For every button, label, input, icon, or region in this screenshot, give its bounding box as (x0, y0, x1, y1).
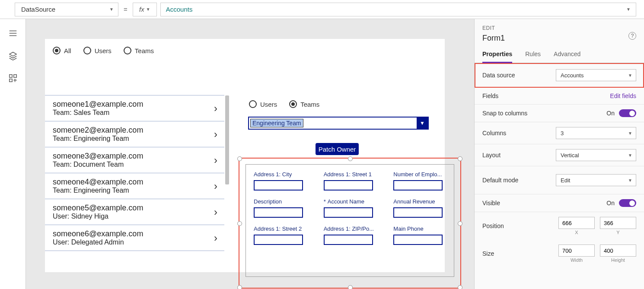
form-field[interactable]: Number of Emplo... (393, 171, 446, 191)
data-source-dropdown[interactable]: Accounts▼ (556, 69, 636, 81)
list-item[interactable]: someone5@example.comUser: Sidney Higa› (45, 199, 224, 225)
radio-teams-2[interactable]: Teams (289, 100, 319, 108)
components-icon[interactable] (8, 73, 18, 83)
resize-handle[interactable] (348, 156, 353, 161)
radio-teams[interactable]: Teams (124, 47, 154, 54)
dropdown-value: 3 (561, 130, 564, 137)
field-input[interactable] (324, 235, 373, 245)
resize-handle[interactable] (237, 285, 242, 289)
list-email: someone4@example.com (53, 178, 143, 187)
resize-handle[interactable] (237, 156, 242, 161)
prop-label: Data source (482, 72, 515, 79)
fx-button[interactable]: fx ▼ (133, 3, 157, 16)
field-label: Annual Revenue (393, 198, 446, 205)
position-x-input[interactable] (558, 217, 595, 229)
radio-icon (124, 47, 131, 54)
list-item[interactable]: someone2@example.comTeam: Engineering Te… (45, 121, 224, 147)
field-input[interactable] (254, 207, 303, 218)
properties-panel: EDIT Form1 ? Properties Rules Advanced D… (474, 19, 644, 289)
form-field[interactable]: Description (254, 198, 306, 218)
layout-dropdown[interactable]: Vertical▼ (556, 149, 636, 161)
list-email: someone5@example.com (53, 203, 143, 213)
field-label: Address 1: City (254, 171, 306, 178)
chevron-down-icon: ▼ (628, 153, 632, 158)
form-field[interactable]: Address 1: City (254, 171, 306, 191)
layers-icon[interactable] (8, 51, 18, 60)
radio-icon (249, 100, 257, 108)
edit-fields-link[interactable]: Edit fields (610, 92, 636, 99)
help-icon[interactable]: ? (628, 32, 636, 40)
property-selector[interactable]: DataSource ▼ (15, 3, 118, 16)
form-field[interactable]: Annual Revenue (393, 198, 446, 218)
svg-rect-2 (9, 79, 12, 82)
resize-handle[interactable] (237, 221, 242, 226)
left-rail (0, 19, 26, 289)
scrollbar-thumb[interactable] (225, 95, 229, 184)
radio-all[interactable]: All (53, 47, 71, 54)
formula-value: Accounts (166, 6, 193, 13)
field-label: Number of Emplo... (393, 171, 446, 178)
chevron-down-icon: ▼ (109, 7, 114, 12)
form-field[interactable]: Address 1: Street 2 (254, 225, 306, 245)
team-dropdown[interactable]: Engineering Team ▼ (248, 117, 429, 130)
list-item[interactable]: someone1@example.comTeam: Sales Team› (45, 95, 224, 121)
radio-label: Teams (135, 47, 154, 54)
field-label: Address 1: ZIP/Po... (324, 225, 376, 232)
field-input[interactable] (393, 207, 443, 218)
dim-label: Width (571, 257, 583, 263)
prop-label: Columns (482, 130, 506, 137)
prop-label: Size (482, 250, 494, 257)
prop-snap: Snap to columns On (475, 105, 644, 122)
list-email: someone2@example.com (53, 126, 143, 135)
size-height-input[interactable] (600, 245, 636, 257)
prop-fields: Fields Edit fields (475, 88, 644, 105)
edit-label: EDIT (482, 25, 636, 31)
formula-bar: DataSource ▼ = fx ▼ Accounts ▼ (0, 0, 644, 19)
tab-advanced[interactable]: Advanced (554, 51, 580, 63)
radio-users-2[interactable]: Users (249, 100, 277, 108)
field-input[interactable] (393, 235, 443, 245)
hamburger-icon[interactable] (8, 29, 18, 38)
patch-owner-button[interactable]: Patch Owner (316, 143, 359, 155)
radio-icon (83, 47, 91, 54)
list-item[interactable]: someone6@example.comUser: Delegated Admi… (45, 225, 224, 251)
toggle-track (619, 109, 636, 117)
resize-handle[interactable] (348, 285, 353, 289)
chevron-right-icon: › (214, 232, 219, 244)
list-item[interactable]: someone3@example.comTeam: Document Team› (45, 147, 224, 173)
form-field[interactable]: Main Phone (393, 225, 446, 245)
chevron-down-icon: ▼ (628, 131, 632, 136)
visible-toggle[interactable]: On (606, 199, 636, 207)
field-input[interactable] (254, 235, 303, 245)
list-item[interactable]: someone4@example.comTeam: Engineering Te… (45, 173, 224, 199)
form-field[interactable]: Address 1: ZIP/Po... (324, 225, 376, 245)
form-field[interactable]: Address 1: Street 1 (324, 171, 376, 191)
field-input[interactable] (324, 180, 373, 191)
axis-label: Y (616, 230, 619, 235)
tab-rules[interactable]: Rules (525, 51, 541, 63)
default-mode-dropdown[interactable]: Edit▼ (556, 174, 636, 186)
snap-toggle[interactable]: On (606, 109, 636, 117)
columns-dropdown[interactable]: 3▼ (556, 127, 636, 139)
field-input[interactable] (324, 207, 373, 218)
field-label: Address 1: Street 2 (254, 225, 306, 232)
size-width-input[interactable] (558, 245, 595, 257)
field-input[interactable] (393, 180, 443, 191)
field-input[interactable] (254, 180, 303, 191)
resize-handle[interactable] (458, 285, 462, 289)
selected-control-name: Form1 (482, 34, 636, 43)
form-field[interactable]: *Account Name (324, 198, 376, 218)
formula-input[interactable]: Accounts ▼ (160, 3, 636, 16)
radio-users[interactable]: Users (83, 47, 112, 54)
prop-layout: Layout Vertical▼ (475, 144, 644, 166)
position-y-input[interactable] (600, 217, 636, 229)
resize-handle[interactable] (458, 221, 462, 226)
form-selection[interactable]: Address 1: City Address 1: Street 1 Numb… (239, 158, 461, 289)
chevron-down-icon: ▼ (628, 73, 632, 78)
toggle-knob (629, 200, 635, 206)
resize-handle[interactable] (458, 156, 462, 161)
list-sub: Team: Sales Team (53, 109, 143, 117)
chevron-right-icon: › (214, 154, 219, 166)
tab-properties[interactable]: Properties (482, 51, 512, 63)
form1: Address 1: City Address 1: Street 1 Numb… (245, 164, 454, 277)
